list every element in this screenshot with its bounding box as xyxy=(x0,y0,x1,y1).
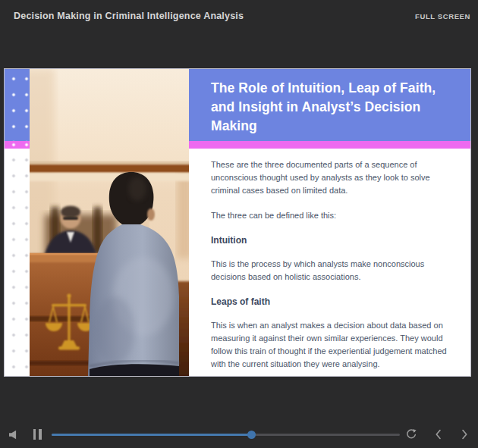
chevron-left-icon xyxy=(434,428,442,440)
app-background: { "titlebar": { "title": "Decision Makin… xyxy=(0,0,478,448)
pause-button[interactable] xyxy=(30,426,45,443)
intro-paragraph: These are the three documented parts of … xyxy=(211,158,447,197)
pause-icon xyxy=(39,429,42,440)
title-bar: Decision Making in Criminal Intelligence… xyxy=(0,0,478,32)
section-heading-leaps-of-faith: Leaps of faith xyxy=(211,296,447,309)
chevron-right-icon xyxy=(461,428,469,440)
lead-in-paragraph: The three can be defined like this: xyxy=(211,209,447,222)
dot-strip-blue xyxy=(5,69,30,141)
fullscreen-button[interactable]: FULL SCREEN xyxy=(415,12,470,20)
dot-strip-decoration xyxy=(5,69,30,376)
courtroom-image xyxy=(30,69,189,376)
accent-stripe xyxy=(189,141,470,149)
section-heading-intuition: Intuition xyxy=(211,234,447,247)
seekbar-fill xyxy=(52,434,251,436)
course-title: Decision Making in Criminal Intelligence… xyxy=(14,11,244,21)
replay-button[interactable] xyxy=(404,427,418,441)
volume-button[interactable] xyxy=(5,426,21,443)
section-text-leaps-of-faith: This is when an analyst makes a decision… xyxy=(211,319,447,371)
slide: The Role of Intuition, Leap of Faith, an… xyxy=(4,68,471,377)
previous-slide-button[interactable] xyxy=(432,427,445,441)
slide-title: The Role of Intuition, Leap of Faith, an… xyxy=(189,69,470,141)
speaker-icon xyxy=(8,430,18,440)
dot-strip-white xyxy=(5,149,30,376)
section-text-intuition: This is the process by which analysts ma… xyxy=(211,258,447,284)
courtroom-illustration xyxy=(30,69,189,376)
seekbar[interactable] xyxy=(52,429,400,440)
pause-icon xyxy=(33,429,36,440)
slide-body: These are the three documented parts of … xyxy=(189,149,470,377)
dot-strip-pink xyxy=(5,141,30,149)
slide-title-line: and Insight in Analyst’s Decision xyxy=(211,98,455,117)
slide-content: The Role of Intuition, Leap of Faith, an… xyxy=(189,69,470,376)
replay-icon xyxy=(405,428,417,440)
seekbar-knob[interactable] xyxy=(247,431,256,439)
slide-title-line: Making xyxy=(211,117,455,136)
slide-title-line: The Role of Intuition, Leap of Faith, xyxy=(211,79,455,98)
next-slide-button[interactable] xyxy=(458,427,471,441)
